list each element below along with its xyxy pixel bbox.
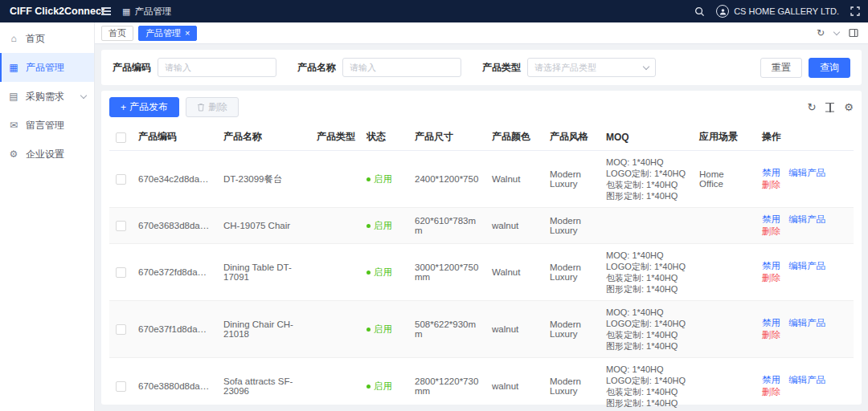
sidebar-item-1[interactable]: ▦ 产品管理: [0, 53, 94, 82]
cell-product-code: 670e3880d8da1013de...: [132, 358, 217, 411]
cell-product-code: 670e34c2d8da1013de0...: [132, 151, 217, 208]
purchase-doc-icon: ▤: [8, 91, 19, 102]
cell-scene: Home Office: [693, 151, 755, 208]
sidebar-item-label: 产品管理: [26, 61, 64, 75]
layout-panel-icon[interactable]: [849, 28, 858, 38]
cell-product-size: 2800*1220*730mm: [408, 358, 485, 411]
products-grid-icon: ▦: [8, 62, 19, 73]
cell-moq: MOQ: 1*40HQLOGO定制: 1*40HQ包装定制: 1*40HQ图形定…: [600, 301, 693, 358]
product-name-input[interactable]: [342, 58, 461, 77]
cell-moq: MOQ: 1*40HQLOGO定制: 1*40HQ包装定制: 1*40HQ图形定…: [600, 358, 693, 411]
chevron-down-icon: [643, 63, 649, 69]
product-type-label: 产品类型: [482, 61, 521, 75]
cell-status: 启用: [360, 208, 408, 244]
disable-link[interactable]: 禁用: [762, 214, 780, 224]
avatar: [716, 5, 729, 18]
cell-moq: MOQ: 1*40HQLOGO定制: 1*40HQ包装定制: 1*40HQ图形定…: [600, 151, 693, 208]
table-toolbar: + 产品发布 删除 ↻ ⚙: [109, 97, 854, 124]
tab-0[interactable]: 首页: [101, 26, 133, 41]
product-type-select[interactable]: 请选择产品类型: [527, 58, 656, 77]
cell-product-style: Modern Luxury: [543, 151, 600, 208]
sidebar-item-0[interactable]: ⌂ 首页: [0, 24, 94, 53]
cell-product-style: Modern Luxury: [543, 208, 600, 244]
table-row: 670e34c2d8da1013de0... DT-23099餐台 启用 240…: [109, 151, 854, 208]
cell-actions: 禁用 编辑产品 删除: [755, 208, 854, 244]
sidebar-item-4[interactable]: ⚙ 企业设置: [0, 140, 94, 169]
product-table-card: + 产品发布 删除 ↻ ⚙: [101, 91, 862, 405]
bulk-delete-button[interactable]: 删除: [186, 97, 239, 117]
row-checkbox[interactable]: [116, 381, 126, 392]
product-type-placeholder: 请选择产品类型: [534, 62, 596, 74]
disable-link[interactable]: 禁用: [762, 318, 780, 328]
account-menu[interactable]: CS HOME GALLERY LTD.: [716, 5, 839, 18]
row-checkbox[interactable]: [116, 221, 126, 231]
delete-link[interactable]: 删除: [762, 180, 780, 189]
cell-product-type: [310, 151, 360, 208]
refresh-tabs-icon[interactable]: ↻: [817, 27, 825, 39]
cell-product-style: Modern Luxury: [543, 358, 600, 411]
refresh-table-icon[interactable]: ↻: [807, 101, 816, 113]
collapse-menu-icon[interactable]: [101, 10, 111, 12]
row-checkbox[interactable]: [116, 267, 126, 278]
column-header: 操作: [755, 124, 854, 151]
status-dot: [366, 224, 371, 228]
sidebar-item-3[interactable]: ✉ 留言管理: [0, 111, 94, 140]
search-icon[interactable]: [694, 6, 705, 17]
delete-link[interactable]: 删除: [762, 387, 780, 397]
cell-scene: [693, 301, 755, 358]
search-button[interactable]: 查询: [809, 58, 850, 78]
cell-actions: 禁用 编辑产品 删除: [755, 301, 854, 358]
column-header: MOQ: [600, 124, 693, 151]
message-icon: ✉: [8, 120, 19, 131]
cell-product-size: 508*622*930mm: [408, 301, 485, 358]
tabbar: 首页 产品管理 × ↻: [95, 22, 868, 44]
plus-icon: +: [121, 102, 126, 113]
product-code-input[interactable]: [158, 58, 276, 77]
breadcrumb: ▦ 产品管理: [122, 6, 171, 18]
sidebar-item-label: 采购需求: [26, 90, 64, 104]
fullscreen-icon[interactable]: [850, 6, 860, 16]
page-body: 产品编码 产品名称 产品类型 请选择产品类型: [95, 44, 868, 411]
publish-product-button[interactable]: + 产品发布: [109, 97, 179, 117]
cell-scene: [693, 244, 755, 301]
company-name: CS HOME GALLERY LTD.: [734, 6, 839, 16]
disable-link[interactable]: 禁用: [762, 375, 780, 385]
filter-product-type: 产品类型 请选择产品类型: [482, 58, 656, 77]
edit-product-link[interactable]: 编辑产品: [788, 375, 825, 385]
chevron-down-icon: [80, 92, 87, 98]
cell-status: 启用: [360, 244, 408, 301]
tab-1[interactable]: 产品管理 ×: [138, 26, 197, 41]
edit-product-link[interactable]: 编辑产品: [788, 214, 825, 224]
sidebar-item-label: 首页: [26, 32, 45, 46]
column-settings-gear-icon[interactable]: ⚙: [844, 101, 854, 113]
sidebar-item-label: 企业设置: [26, 148, 64, 161]
sidebar-item-2[interactable]: ▤ 采购需求: [0, 82, 94, 111]
column-header: 产品颜色: [485, 124, 543, 151]
disable-link[interactable]: 禁用: [762, 168, 780, 177]
delete-link[interactable]: 删除: [762, 226, 780, 236]
cell-status: 启用: [360, 301, 408, 358]
edit-product-link[interactable]: 编辑产品: [788, 261, 825, 271]
delete-link[interactable]: 删除: [762, 273, 780, 283]
sidebar: ⌂ 首页 ▦ 产品管理 ▤ 采购需求 ✉ 留言管理 ⚙ 企业设置: [0, 22, 95, 411]
breadcrumb-label: 产品管理: [134, 6, 171, 18]
home-icon: ⌂: [8, 33, 19, 44]
edit-product-link[interactable]: 编辑产品: [788, 168, 825, 177]
row-checkbox[interactable]: [116, 174, 126, 185]
app-root: CIFF Click2Connect ▦ 产品管理 CS HOME GALLER…: [0, 0, 868, 411]
cell-product-code: 670e37f1d8da1013de0...: [132, 301, 217, 358]
reset-button[interactable]: 重置: [760, 58, 802, 78]
enterprise-settings-icon: ⚙: [8, 149, 19, 160]
product-table: 产品编码产品名称产品类型状态产品尺寸产品颜色产品风格MOQ应用场景操作 670e…: [109, 124, 854, 411]
edit-product-link[interactable]: 编辑产品: [788, 318, 825, 328]
select-all-checkbox[interactable]: [116, 132, 126, 143]
close-icon[interactable]: ×: [185, 29, 190, 38]
disable-link[interactable]: 禁用: [762, 261, 780, 271]
cell-scene: [693, 358, 755, 411]
row-density-icon[interactable]: [825, 103, 834, 112]
cell-product-code: 670e3683d8da1013de...: [132, 208, 217, 244]
row-checkbox[interactable]: [116, 324, 126, 335]
filter-actions: 重置 查询: [760, 58, 850, 78]
delete-link[interactable]: 删除: [762, 330, 780, 340]
chevron-down-icon[interactable]: [834, 32, 839, 35]
